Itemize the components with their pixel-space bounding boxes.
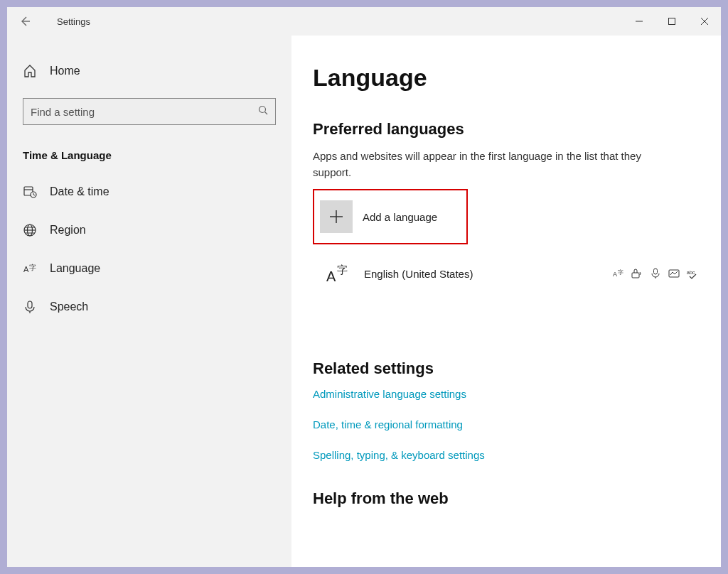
text-to-speech-icon: [631, 268, 643, 279]
sidebar-item-label: Language: [50, 262, 100, 275]
window-controls: [623, 10, 721, 33]
category-header: Time & Language: [7, 142, 291, 173]
language-icon: A字: [23, 261, 37, 276]
sidebar-home-label: Home: [50, 65, 80, 77]
sidebar-home[interactable]: Home: [7, 57, 291, 85]
related-settings-title: Related settings: [313, 359, 707, 378]
language-name: English (United States): [364, 268, 613, 280]
handwriting-icon: [668, 268, 680, 279]
help-from-web-title: Help from the web: [313, 489, 707, 508]
language-features: A字 abc: [613, 268, 704, 279]
sidebar-item-date-time[interactable]: Date & time: [7, 173, 291, 211]
sidebar-item-label: Date & time: [50, 185, 109, 198]
window-title: Settings: [57, 16, 90, 27]
plus-icon: [328, 209, 344, 224]
svg-line-5: [265, 112, 268, 115]
language-item[interactable]: A字 English (United States) A字 abc: [313, 251, 707, 296]
spellcheck-icon: abc: [687, 268, 698, 279]
svg-rect-1: [669, 18, 675, 25]
titlebar: Settings: [7, 7, 721, 36]
globe-icon: [23, 223, 37, 237]
link-date-time-regional[interactable]: Date, time & regional formatting: [313, 418, 707, 430]
language-glyph-icon: A字: [321, 257, 354, 290]
sidebar-item-region[interactable]: Region: [7, 211, 291, 249]
link-spelling-typing-keyboard[interactable]: Spelling, typing, & keyboard settings: [313, 449, 707, 461]
svg-text:abc: abc: [687, 270, 695, 275]
svg-text:A: A: [326, 269, 336, 284]
search-icon: [258, 105, 268, 118]
sidebar-item-speech[interactable]: Speech: [7, 288, 291, 326]
svg-text:字: 字: [29, 264, 36, 271]
plus-icon-box: [320, 200, 353, 233]
svg-rect-27: [654, 269, 658, 274]
back-button[interactable]: [7, 7, 43, 36]
sidebar-item-label: Region: [50, 224, 86, 237]
sidebar-item-label: Speech: [50, 300, 88, 313]
minimize-icon: [636, 18, 643, 25]
svg-point-4: [259, 107, 266, 113]
svg-text:字: 字: [337, 264, 348, 276]
speech-recognition-icon: [650, 268, 661, 279]
sidebar: Home Time & Language Date & time Region …: [7, 36, 291, 567]
svg-text:A: A: [613, 271, 617, 278]
search-input[interactable]: [31, 106, 258, 118]
arrow-left-icon: [19, 16, 31, 27]
maximize-icon: [668, 18, 675, 25]
close-button[interactable]: [688, 10, 721, 33]
calendar-clock-icon: [23, 185, 37, 199]
preferred-languages-desc: Apps and websites will appear in the fir…: [313, 148, 682, 180]
add-language-button[interactable]: Add a language: [313, 189, 468, 244]
link-administrative-language[interactable]: Administrative language settings: [313, 388, 707, 400]
add-language-label: Add a language: [363, 211, 437, 223]
svg-text:A: A: [23, 265, 29, 274]
home-icon: [23, 64, 37, 78]
maximize-button[interactable]: [655, 10, 688, 33]
svg-text:字: 字: [618, 269, 623, 276]
svg-rect-26: [632, 273, 639, 278]
minimize-button[interactable]: [623, 10, 655, 33]
svg-rect-18: [28, 301, 32, 308]
close-icon: [701, 18, 708, 25]
content-area: Language Preferred languages Apps and we…: [291, 36, 721, 567]
microphone-icon: [23, 300, 37, 314]
settings-window: Settings Home Time & Language Date & tim…: [7, 7, 721, 567]
search-input-container[interactable]: [23, 98, 276, 125]
page-title: Language: [313, 64, 707, 92]
preferred-languages-title: Preferred languages: [313, 120, 707, 139]
display-language-icon: A字: [613, 268, 624, 279]
sidebar-item-language[interactable]: A字 Language: [7, 249, 291, 288]
